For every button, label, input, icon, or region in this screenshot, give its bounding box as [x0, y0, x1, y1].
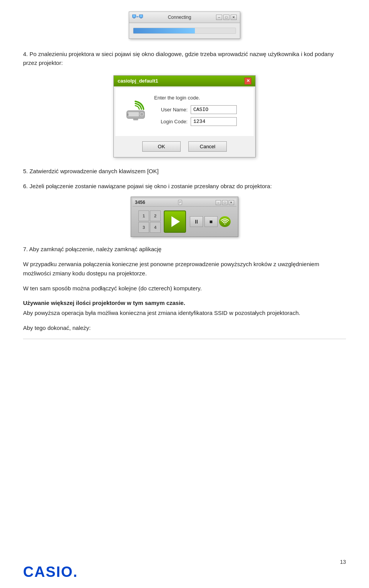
paragraph3-text: Aby powyższa operacja była możliwa konie…: [23, 308, 346, 317]
player-titlebar: 3456 – □ ✕: [133, 199, 236, 207]
number-grid: 1 2 3 4: [138, 210, 161, 233]
login-titlebar: casiolpj_default1 ✕: [114, 76, 255, 86]
num-box-3: 3: [138, 222, 149, 233]
connecting-icon: [132, 13, 143, 21]
login-title-text: casiolpj_default1: [118, 78, 158, 84]
step4-text: 4. Po znalezieniu projektora w sieci poj…: [23, 50, 346, 68]
connecting-titlebar-controls: – □ ✕: [216, 15, 237, 20]
player-title-controls: – □ ✕: [216, 200, 234, 205]
connecting-body: [129, 23, 240, 38]
connecting-dialog: Connecting – □ ✕: [129, 12, 240, 39]
connecting-titlebar: Connecting – □ ✕: [129, 12, 240, 23]
svg-rect-1: [133, 15, 135, 17]
player-minimize-button[interactable]: –: [216, 200, 221, 205]
bottom-section: W przypadku zerwania połączenia konieczn…: [23, 260, 346, 332]
wifi-indicator: [219, 216, 231, 227]
document-icon: [178, 200, 183, 205]
logincode-label: Login Code:: [154, 119, 191, 124]
username-input[interactable]: [191, 105, 237, 114]
svg-rect-5: [140, 15, 143, 17]
svg-rect-7: [140, 18, 142, 18]
svg-rect-2: [134, 18, 135, 18]
heading1-text: Używanie większej ilości projektorów w t…: [23, 300, 346, 306]
player-restore-button[interactable]: □: [222, 200, 228, 205]
login-close-button[interactable]: ✕: [244, 78, 251, 84]
login-form: Enter the login code. User Name: Login C…: [154, 95, 246, 129]
paragraph1-text: W przypadku zerwania połączenia konieczn…: [23, 260, 346, 278]
cancel-button[interactable]: Cancel: [188, 141, 227, 152]
play-triangle-icon: [171, 216, 180, 227]
ok-button[interactable]: OK: [142, 141, 181, 152]
num-box-2: 2: [150, 210, 161, 221]
username-row: User Name:: [154, 105, 246, 114]
svg-rect-12: [127, 113, 129, 116]
step7-text: 7. Aby zamknąć połączenie, należy zamkną…: [23, 245, 346, 253]
step5-text: 5. Zatwierdzić wprowadzenie danych klawi…: [23, 167, 346, 176]
username-label: User Name:: [154, 107, 191, 113]
login-body: Enter the login code. User Name: Login C…: [115, 88, 254, 136]
minimize-button[interactable]: –: [216, 15, 222, 20]
player-icon-area: 1 2 3 4 ⏸ ■: [133, 208, 236, 235]
play-button[interactable]: [164, 210, 186, 233]
projector-icon-area: [123, 95, 148, 123]
close-button[interactable]: ✕: [231, 15, 237, 20]
restore-button[interactable]: □: [223, 15, 229, 20]
svg-rect-9: [128, 112, 139, 116]
login-dialog-wrapper: casiolpj_default1 ✕: [23, 75, 346, 157]
num-box-4: 4: [150, 222, 161, 233]
player-close-button[interactable]: ✕: [229, 200, 234, 205]
logincode-input[interactable]: [191, 117, 237, 126]
svg-point-11: [140, 113, 143, 115]
casio-logo: CASIO.: [23, 564, 78, 580]
paragraph4-text: Aby tego dokonać, należy:: [23, 323, 346, 332]
login-body-inner: Enter the login code. User Name: Login C…: [123, 95, 246, 129]
svg-rect-6: [141, 18, 142, 18]
page-number: 13: [340, 559, 346, 565]
stop-button[interactable]: ■: [204, 216, 218, 227]
casio-logo-text: CASIO.: [23, 564, 78, 580]
player-dialog: 3456 – □ ✕: [131, 197, 238, 237]
connecting-dialog-wrapper: Connecting – □ ✕: [23, 12, 346, 39]
wifi-signal-icon: [221, 218, 229, 225]
connecting-titlebar-icon: [132, 13, 143, 21]
num-box-1: 1: [138, 210, 149, 221]
player-title-num: 3456: [135, 200, 145, 205]
login-dialog: casiolpj_default1 ✕: [113, 75, 256, 157]
projector-wifi-icon: [123, 95, 148, 122]
transport-controls: ⏸ ■: [190, 216, 218, 227]
paragraph2-text: W ten sam sposób można podłączyć kolejne…: [23, 284, 346, 293]
svg-rect-13: [133, 118, 138, 120]
step6-text: 6. Jeżeli połączenie zostanie nawiązane …: [23, 182, 346, 190]
login-hint: Enter the login code.: [154, 95, 246, 101]
bottom-divider: [23, 339, 346, 339]
player-wrapper: 3456 – □ ✕: [23, 197, 346, 237]
login-footer: OK Cancel: [114, 137, 255, 157]
logincode-row: Login Code:: [154, 117, 246, 126]
pause-button[interactable]: ⏸: [190, 216, 203, 227]
connecting-title-text: Connecting: [168, 15, 191, 20]
svg-rect-3: [133, 18, 135, 18]
